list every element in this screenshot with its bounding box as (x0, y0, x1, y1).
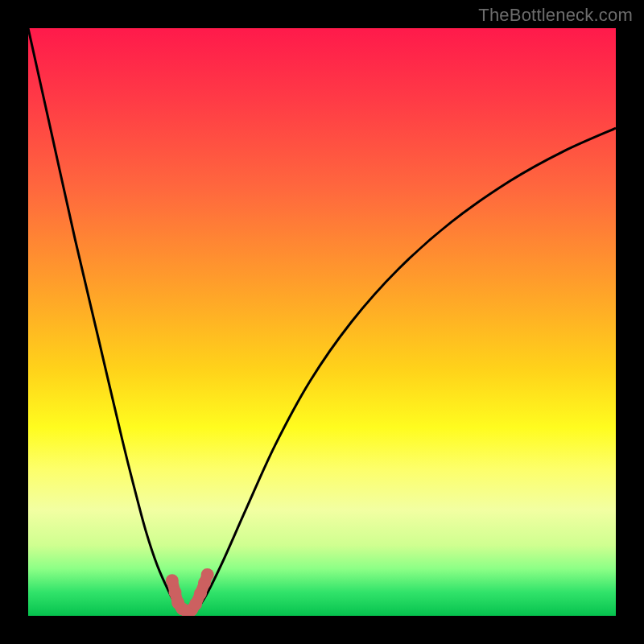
valley-dot (201, 568, 214, 581)
curve-right-branch (196, 128, 616, 610)
curve-left-branch (28, 28, 184, 610)
plot-area (28, 28, 616, 616)
curve-layer (28, 28, 616, 616)
watermark-text: TheBottleneck.com (478, 5, 633, 26)
chart-frame: TheBottleneck.com (0, 0, 644, 644)
valley-dot (166, 574, 179, 587)
